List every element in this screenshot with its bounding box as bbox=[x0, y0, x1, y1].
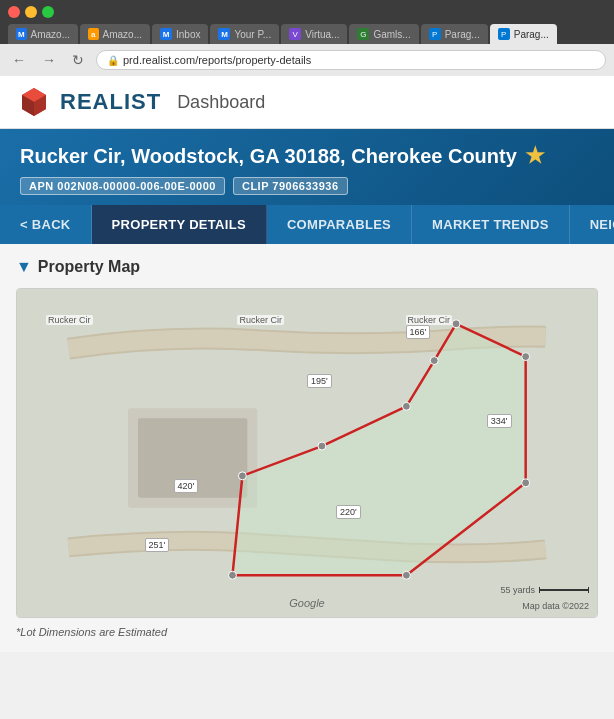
property-badges: APN 002N08-00000-006-00E-0000 CLIP 79066… bbox=[20, 177, 594, 195]
svg-point-12 bbox=[238, 472, 246, 480]
nav-tab-neighborhood[interactable]: NEIGHB... bbox=[570, 205, 614, 244]
property-polygon-svg bbox=[17, 289, 597, 617]
tab-label-4: Your P... bbox=[234, 29, 271, 40]
url-bar[interactable]: 🔒 prd.realist.com/reports/property-detai… bbox=[96, 50, 606, 70]
tab-label-6: Gamls... bbox=[373, 29, 410, 40]
svg-point-7 bbox=[452, 320, 460, 328]
svg-point-13 bbox=[318, 442, 326, 450]
browser-tab-1[interactable]: M Amazo... bbox=[8, 24, 78, 44]
brand-name: REALIST bbox=[60, 89, 161, 115]
section-toggle-icon[interactable]: ▼ bbox=[16, 258, 32, 276]
nav-tab-comparables[interactable]: COMPARABLES bbox=[267, 205, 412, 244]
svg-point-10 bbox=[402, 571, 410, 579]
tab-favicon-7: P bbox=[429, 28, 441, 40]
back-button[interactable]: ← bbox=[8, 50, 30, 70]
tab-favicon-5: V bbox=[289, 28, 301, 40]
forward-button[interactable]: → bbox=[38, 50, 60, 70]
svg-point-11 bbox=[228, 571, 236, 579]
svg-point-15 bbox=[430, 357, 438, 365]
property-map: Rucker Cir Rucker Cir Rucker Cir bbox=[16, 288, 598, 618]
dim-label-195: 195' bbox=[307, 374, 332, 388]
scale-bar: 55 yards bbox=[500, 585, 589, 595]
nav-tab-back[interactable]: < BACK bbox=[0, 205, 92, 244]
tab-favicon-6: G bbox=[357, 28, 369, 40]
address-bar: ← → ↻ 🔒 prd.realist.com/reports/property… bbox=[0, 44, 614, 76]
browser-tab-2[interactable]: a Amazo... bbox=[80, 24, 150, 44]
browser-tab-6[interactable]: G Gamls... bbox=[349, 24, 418, 44]
dim-label-420: 420' bbox=[174, 479, 199, 493]
browser-tab-3[interactable]: M Inbox bbox=[152, 24, 208, 44]
browser-chrome: M Amazo... a Amazo... M Inbox M Your P..… bbox=[0, 0, 614, 44]
tab-label-3: Inbox bbox=[176, 29, 200, 40]
property-address: Rucker Cir, Woodstock, GA 30188, Cheroke… bbox=[20, 143, 594, 169]
tab-label-8: Parag... bbox=[514, 29, 549, 40]
nav-tab-market-trends[interactable]: MARKET TRENDS bbox=[412, 205, 570, 244]
tab-label-2: Amazo... bbox=[103, 29, 142, 40]
google-logo: Google bbox=[289, 597, 324, 609]
map-data-text: Map data ©2022 bbox=[522, 601, 589, 611]
apn-badge: APN 002N08-00000-006-00E-0000 bbox=[20, 177, 225, 195]
corelogic-logo bbox=[16, 84, 52, 120]
dim-label-220: 220' bbox=[336, 505, 361, 519]
tab-favicon-4: M bbox=[218, 28, 230, 40]
app-content: REALIST Dashboard Rucker Cir, Woodstock,… bbox=[0, 76, 614, 652]
nav-tab-property-details[interactable]: PROPERTY DETAILS bbox=[92, 205, 267, 244]
minimize-dot[interactable] bbox=[25, 6, 37, 18]
tab-label-5: Virtua... bbox=[305, 29, 339, 40]
main-content: ▼ Property Map Rucker Cir Rucker Cir Ruc… bbox=[0, 244, 614, 652]
maximize-dot[interactable] bbox=[42, 6, 54, 18]
svg-point-9 bbox=[522, 479, 530, 487]
svg-point-8 bbox=[522, 353, 530, 361]
dim-label-334: 334' bbox=[487, 414, 512, 428]
nav-tabs: < BACK PROPERTY DETAILS COMPARABLES MARK… bbox=[0, 205, 614, 244]
map-background: Rucker Cir Rucker Cir Rucker Cir bbox=[17, 289, 597, 617]
dim-label-166: 166' bbox=[406, 325, 431, 339]
tab-favicon-2: a bbox=[88, 28, 99, 40]
lock-icon: 🔒 bbox=[107, 55, 119, 66]
url-text: prd.realist.com/reports/property-details bbox=[123, 54, 311, 66]
map-footnote: *Lot Dimensions are Estimated bbox=[16, 626, 598, 638]
map-section-title: Property Map bbox=[38, 258, 140, 276]
tab-label-7: Parag... bbox=[445, 29, 480, 40]
browser-tab-4[interactable]: M Your P... bbox=[210, 24, 279, 44]
browser-tabs: M Amazo... a Amazo... M Inbox M Your P..… bbox=[8, 24, 606, 44]
property-banner: Rucker Cir, Woodstock, GA 30188, Cheroke… bbox=[0, 129, 614, 205]
map-attribution: Google bbox=[289, 593, 324, 611]
browser-tab-5[interactable]: V Virtua... bbox=[281, 24, 347, 44]
map-section-header: ▼ Property Map bbox=[16, 258, 598, 276]
browser-tab-8[interactable]: P Parag... bbox=[490, 24, 557, 44]
tab-favicon-8: P bbox=[498, 28, 510, 40]
tab-favicon-1: M bbox=[16, 28, 27, 40]
clip-badge: CLIP 7906633936 bbox=[233, 177, 348, 195]
close-dot[interactable] bbox=[8, 6, 20, 18]
refresh-button[interactable]: ↻ bbox=[68, 50, 88, 70]
browser-tab-7[interactable]: P Parag... bbox=[421, 24, 488, 44]
dim-label-251: 251' bbox=[145, 538, 170, 552]
dashboard-label: Dashboard bbox=[177, 92, 265, 113]
scale-line bbox=[539, 589, 589, 591]
app-header: REALIST Dashboard bbox=[0, 76, 614, 129]
address-text: Rucker Cir, Woodstock, GA 30188, Cheroke… bbox=[20, 145, 517, 168]
tab-label-1: Amazo... bbox=[31, 29, 70, 40]
favorite-star-icon[interactable]: ★ bbox=[525, 143, 545, 169]
browser-traffic-lights bbox=[8, 6, 606, 24]
svg-point-14 bbox=[402, 402, 410, 410]
logo-area: REALIST bbox=[16, 84, 161, 120]
scale-text: 55 yards bbox=[500, 585, 535, 595]
tab-favicon-3: M bbox=[160, 28, 172, 40]
